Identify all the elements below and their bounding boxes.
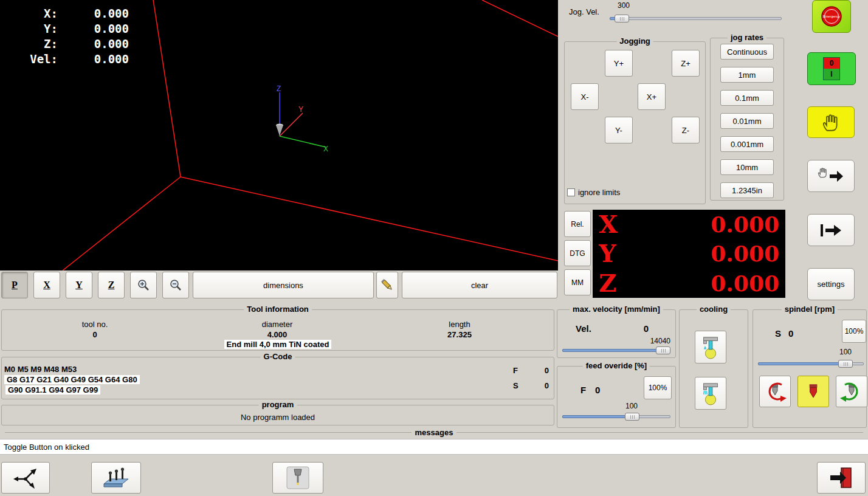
jog-rate-continuous-button[interactable]: Continuous [720, 44, 774, 60]
program-frame: program No programm loaded [1, 405, 554, 425]
feed-reset-button[interactable]: 100% [644, 376, 672, 399]
zoom-out-icon [169, 278, 182, 292]
estop-text: Emergency [823, 15, 840, 18]
feed-percent-label: 100% [649, 384, 667, 392]
jog-rate-label: 1mm [739, 71, 756, 80]
jog-y-plus-button[interactable]: Y+ [605, 50, 633, 77]
dro-axis-letter: Y [599, 241, 616, 266]
spindle-frame: spindel [rpm] S 0 100% 100 [753, 309, 867, 428]
jog-rates-frame: jog rates Continuous 1mm 0.1mm 0.01mm 0.… [710, 38, 784, 201]
slider-handle[interactable] [625, 413, 639, 421]
spindle-reset-button[interactable]: 100% [842, 320, 866, 343]
tool-measure-button[interactable] [272, 462, 323, 494]
spindle-override-slider[interactable] [758, 360, 864, 368]
feed-slider-value: 100 [618, 402, 645, 410]
arrow-bar-icon [818, 221, 844, 240]
tool-spindle-icon [284, 466, 311, 490]
probe-block-button[interactable] [91, 462, 141, 494]
dro-units-button[interactable]: MM [564, 269, 591, 295]
axes-arrows-icon [12, 466, 39, 490]
perspective-view-label: P [12, 280, 18, 291]
spindle-cw-button[interactable] [836, 376, 867, 407]
jog-x-plus-button[interactable]: X+ [638, 83, 666, 110]
jog-vel-slider[interactable] [610, 15, 782, 22]
touch-off-button[interactable] [1, 462, 50, 494]
gcode-s-value: 0 [536, 381, 549, 390]
jog-y-minus-button[interactable]: Y- [605, 117, 633, 143]
edit-pencil-button[interactable] [376, 272, 398, 298]
spindle-stop-button[interactable] [797, 376, 829, 407]
jog-rate-inch-button[interactable]: 1.2345in [720, 182, 774, 198]
exit-door-icon [828, 466, 855, 489]
jog-x-minus-button[interactable]: X- [571, 83, 599, 110]
mdi-mode-button[interactable] [807, 214, 855, 246]
jog-button-label: Z- [682, 126, 689, 135]
length-label: length [429, 320, 490, 329]
jog-z-plus-button[interactable]: Z+ [672, 50, 700, 77]
perspective-view-button[interactable]: P [1, 272, 28, 298]
jog-hand-button[interactable] [807, 106, 855, 138]
slider-handle[interactable] [838, 360, 853, 368]
dro-rel-button[interactable]: Rel. [564, 211, 591, 237]
mist-coolant-button[interactable] [695, 331, 726, 363]
dro-rel-label: Rel. [571, 220, 584, 229]
jog-z-minus-button[interactable]: Z- [672, 117, 700, 143]
slider-fill [562, 349, 664, 352]
manual-mode-button[interactable] [807, 160, 855, 192]
slider-groove[interactable] [610, 17, 782, 20]
clear-button[interactable]: clear [402, 272, 557, 298]
dro-row-x: X0.000 [593, 210, 785, 239]
slider-handle[interactable] [615, 15, 629, 22]
length-value: 27.325 [429, 330, 490, 339]
gcode-f-label: F [513, 366, 518, 375]
message-bar: Toggle Button on klicked [0, 439, 868, 455]
spindle-ccw-button[interactable] [759, 376, 791, 407]
feed-f-value: 0 [595, 385, 600, 395]
jog-button-label: Y- [615, 126, 622, 135]
estop-button[interactable]: Emergency [812, 0, 851, 33]
x-axis-line [280, 136, 326, 147]
power-switch-icon: 0 I [823, 57, 840, 80]
feed-override-slider[interactable] [562, 413, 670, 421]
zoom-in-icon [137, 278, 150, 292]
readout-value: 0.000 [58, 52, 129, 67]
dro-dtg-button[interactable]: DTG [564, 240, 591, 266]
zoom-in-button[interactable] [130, 272, 157, 298]
max-velocity-slider[interactable] [562, 346, 670, 354]
jog-button-label: X+ [647, 92, 656, 102]
dro-axis-value: 0.000 [711, 243, 779, 264]
cnc-main-window: Z Y X X:0.000 Y:0.000 Z:0.000 Vel:0.000 … [0, 0, 868, 496]
jog-rate-001mm-button[interactable]: 0.01mm [720, 113, 774, 129]
gcode-f-value: 0 [536, 366, 549, 375]
readout-label: X: [12, 6, 58, 21]
zoom-out-button[interactable] [162, 272, 189, 298]
jog-rate-1mm-button[interactable]: 1mm [720, 67, 774, 83]
dimensions-button[interactable]: dimensions [193, 272, 374, 298]
flood-coolant-button[interactable] [695, 377, 726, 410]
tool-no-value: 0 [64, 330, 125, 339]
cooling-frame: cooling [679, 309, 748, 428]
preview-panel[interactable]: Z Y X X:0.000 Y:0.000 Z:0.000 Vel:0.000 [0, 0, 558, 270]
jog-rate-01mm-button[interactable]: 0.1mm [720, 90, 774, 106]
readout-value: 0.000 [58, 36, 129, 52]
jog-rate-10mm-button[interactable]: 10mm [720, 159, 774, 175]
view-y-button[interactable]: Y [66, 272, 92, 298]
machine-limit-line [482, 0, 558, 36]
jog-rate-label: 10mm [736, 163, 758, 172]
ignore-limits-checkbox[interactable] [567, 188, 575, 196]
exit-button[interactable] [817, 462, 866, 494]
x-axis-label: X [323, 145, 328, 153]
dro-axis-letter: Z [599, 271, 616, 295]
view-x-button[interactable]: X [33, 272, 60, 298]
power-button[interactable]: 0 I [807, 52, 856, 85]
slider-handle[interactable] [656, 346, 670, 354]
dro-display: X0.000 Y0.000 Z0.000 [593, 210, 785, 298]
jog-rate-0001mm-button[interactable]: 0.001mm [720, 136, 774, 152]
machine-limit-line [153, 0, 181, 177]
settings-button[interactable]: settings [807, 268, 855, 300]
messages-title: messages [415, 428, 453, 437]
slider-fill [758, 362, 846, 365]
machine-limit-line [181, 177, 558, 261]
gcode-line: G90 G91.1 G94 G97 G99 [5, 385, 100, 394]
view-z-button[interactable]: Z [98, 272, 125, 298]
